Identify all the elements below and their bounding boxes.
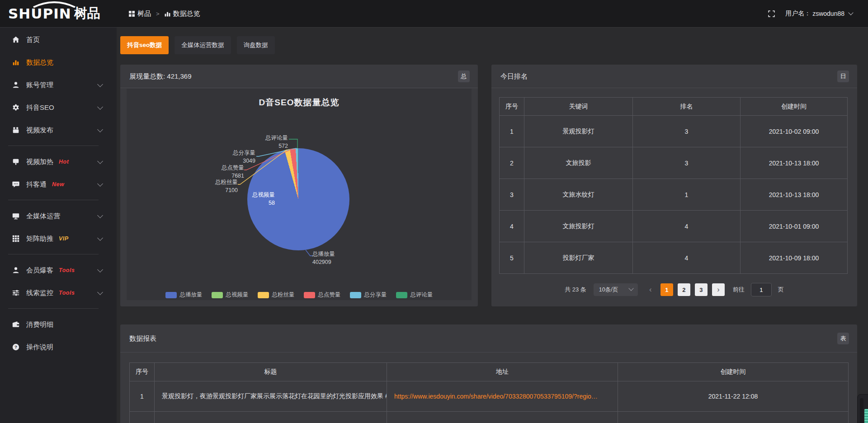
sidebar-item-account-manage[interactable]: 账号管理 (0, 74, 117, 96)
sidebar-badge-tools: Tools (59, 267, 75, 273)
chevron-down-icon (97, 267, 103, 273)
legend-label: 总粉丝量 (272, 291, 295, 299)
sidebar-badge-new: New (52, 181, 64, 188)
legend-item[interactable]: 总分享量 (350, 291, 387, 299)
sidebar-item-operation-guide[interactable]: ?操作说明 (0, 336, 117, 358)
pie-label-name: 总分享量 (233, 149, 255, 157)
logo-text-cn: 树品 (74, 5, 100, 23)
tab-inquiry-data[interactable]: 询盘数据 (237, 36, 275, 54)
impressions-total-label: 展现量总数: 421,369 (129, 72, 192, 80)
goto-page-input[interactable] (751, 283, 772, 296)
pie-label-value: 572 (265, 142, 288, 150)
goto-label: 前往 (733, 286, 745, 294)
report-table-header-cell: 创建时间 (618, 363, 849, 381)
app-logo: SHUPIN 树品 (8, 0, 100, 27)
sidebar-item-label: 抖音SEO (26, 103, 54, 112)
legend-swatch (396, 292, 407, 298)
sidebar-divider (8, 308, 99, 309)
scroll-thumb[interactable] (864, 409, 868, 423)
chart-icon (165, 11, 170, 17)
legend-swatch (350, 292, 361, 298)
sidebar-item-douyin-seo[interactable]: 抖音SEO (0, 96, 117, 119)
prev-page-button[interactable]: ‹ (645, 283, 656, 296)
goto-suffix: 页 (778, 286, 784, 294)
video-icon (11, 126, 20, 135)
video-link[interactable]: https://www.iesdouyin.com/share/video/70… (394, 393, 598, 400)
user-icon (11, 80, 20, 89)
scroll-widget[interactable] (857, 394, 868, 423)
breadcrumb-item-data-overview[interactable]: 数据总览 (165, 9, 200, 18)
monitor-icon (11, 212, 20, 221)
breadcrumb-item-shupin[interactable]: 树品 (129, 9, 151, 18)
sidebar-item-data-overview[interactable]: 数据总览 (0, 51, 117, 74)
tab-douyin-seo-data[interactable]: 抖音seo数据 (120, 36, 169, 54)
sidebar-divider (8, 146, 99, 146)
fullscreen-icon[interactable] (768, 10, 775, 18)
data-report-panel: 数据报表 表 序号标题地址创建时间1景观投影灯，夜游景观投影灯厂家展示展示落花灯… (120, 324, 857, 423)
page-button-1[interactable]: 1 (660, 283, 673, 296)
seo-chart-panel: 展现量总数: 421,369 总 D音SEO数据量总览 总播放量总视频量总粉丝量… (120, 65, 478, 306)
legend-label: 总分享量 (364, 291, 387, 299)
total-count: 共 23 条 (565, 286, 586, 294)
sidebar-item-consume-detail[interactable]: 消费明细 (0, 313, 117, 336)
legend-item[interactable]: 总播放量 (165, 291, 203, 299)
report-table-cell (618, 412, 849, 423)
sidebar-item-label: 矩阵助推 (26, 235, 53, 243)
svg-text:?: ? (14, 344, 17, 349)
breadcrumb-label: 树品 (137, 9, 151, 18)
chevron-down-icon (97, 104, 103, 110)
sidebar-item-label: 操作说明 (26, 343, 53, 352)
page-button-3[interactable]: 3 (695, 283, 708, 296)
tab-media-operation-data[interactable]: 全媒体运营数据 (175, 36, 231, 54)
pie-label: 总视频量58 (252, 191, 275, 207)
user-menu[interactable]: 用户名： zswodun88 (785, 9, 853, 18)
next-page-button[interactable]: › (712, 283, 725, 296)
sidebar-item-label: 视频加热 (26, 158, 53, 166)
pie-chart-area: D音SEO数据量总览 总播放量总视频量总粉丝量总点赞量总分享量总评论量 总评论量… (127, 89, 472, 300)
legend-item[interactable]: 总点赞量 (304, 291, 341, 299)
chevron-down-icon (97, 127, 103, 132)
sidebar-item-media-operation[interactable]: 全媒体运营 (0, 205, 117, 227)
chevron-down-icon (97, 289, 103, 295)
pie-label-value: 7100 (215, 186, 238, 194)
table-badge-button[interactable]: 表 (837, 333, 849, 344)
sidebar-item-label: 首页 (26, 36, 40, 44)
sidebar-item-video-publish[interactable]: 视频发布 (0, 119, 117, 141)
legend-item[interactable]: 总粉丝量 (258, 291, 295, 299)
pie-label: 总分享量3049 (233, 149, 255, 165)
rank-table-header-cell: 创建时间 (741, 98, 848, 116)
sidebar-item-home[interactable]: 首页 (0, 28, 117, 51)
rank-table-cell: 文旅投影 (524, 147, 633, 179)
sidebar-item-member-baoke[interactable]: 会员爆客Tools (0, 259, 117, 282)
sidebar-item-label: 数据总览 (26, 58, 53, 67)
sidebar-item-clue-monitor[interactable]: 线索监控Tools (0, 282, 117, 304)
total-badge-button[interactable]: 总 (458, 70, 470, 82)
sidebar-item-video-heat[interactable]: 视频加热Hot (0, 150, 117, 173)
legend-label: 总评论量 (410, 291, 433, 299)
report-table-cell (387, 412, 618, 423)
pie-label: 总点赞量7681 (222, 164, 244, 180)
rank-table-cell: 2021-10-01 09:00 (741, 211, 848, 242)
chart-title: D音SEO数据量总览 (127, 97, 472, 108)
chevron-down-icon (628, 286, 633, 291)
page-size-value: 10条/页 (599, 286, 618, 294)
legend-item[interactable]: 总评论量 (396, 291, 433, 299)
sidebar-item-label: 视频发布 (26, 126, 53, 135)
page-buttons: 123 (660, 283, 708, 296)
sidebar-item-label: 全媒体运营 (26, 212, 60, 221)
legend-item[interactable]: 总视频量 (212, 291, 249, 299)
report-table: 序号标题地址创建时间1景观投影灯，夜游景观投影灯厂家展示展示落花灯在花园里的灯光… (129, 362, 849, 423)
chevron-down-icon (97, 212, 103, 218)
sidebar-item-label: 线索监控 (26, 289, 53, 297)
user2-icon (11, 266, 20, 275)
sidebar-item-douketong[interactable]: 抖客通New (0, 173, 117, 196)
sidebar-item-matrix-boost[interactable]: 矩阵助推VIP (0, 227, 117, 250)
page-size-select[interactable]: 10条/页 (594, 283, 638, 296)
pie-label: 总播放量402909 (312, 250, 335, 266)
report-panel-header: 数据报表 表 (120, 324, 857, 352)
day-badge-button[interactable]: 日 (837, 70, 849, 82)
rank-table-cell: 文旅投影灯 (524, 211, 633, 242)
page-button-2[interactable]: 2 (678, 283, 690, 296)
legend-swatch (165, 292, 177, 298)
logo-text-en: SHUPIN (8, 5, 71, 22)
